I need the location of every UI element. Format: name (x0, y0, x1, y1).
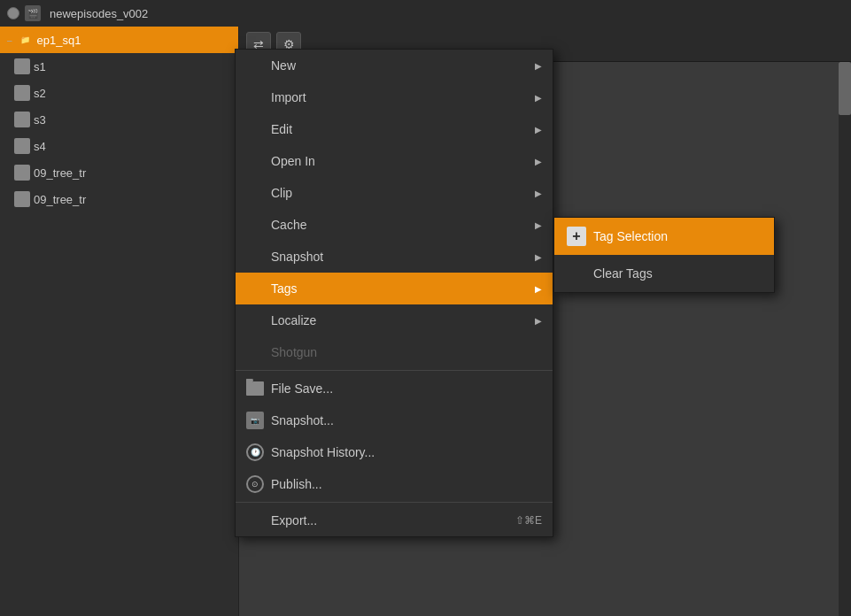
menu-label-snapshot-action: Snapshot... (271, 413, 334, 427)
clear-tags-icon (567, 265, 586, 282)
file-icon (14, 191, 30, 207)
window-icon: 🎬 (25, 5, 41, 21)
menu-item-clip[interactable]: Clip ▶ (236, 177, 553, 209)
menu-item-import[interactable]: Import ▶ (236, 81, 553, 113)
arrow-icon-cache: ▶ (535, 220, 542, 230)
menu-item-snapshot-history[interactable]: 🕐 Snapshot History... (236, 436, 553, 468)
top-bar: 🎬 newepisodes_v002 (0, 0, 851, 27)
folder-icon: 📁 (18, 32, 34, 48)
new-icon (246, 57, 264, 74)
tree-item-s2[interactable]: s2 (0, 80, 238, 106)
menu-item-export[interactable]: Export... ⇧⌘E (236, 504, 553, 536)
arrow-icon-edit: ▶ (535, 125, 542, 135)
menu-label-shotgun: Shotgun (271, 345, 317, 359)
tags-submenu: + Tag Selection Clear Tags (553, 217, 775, 293)
menu-label-tags: Tags (271, 281, 298, 296)
tree-item-ep1sq1[interactable]: – 📁 ep1_sq1 (0, 27, 238, 53)
tree-item-s4[interactable]: s4 (0, 133, 238, 159)
menu-label-localize: Localize (271, 313, 316, 327)
openin-icon (246, 152, 264, 170)
tree-item-s1[interactable]: s1 (0, 53, 238, 80)
submenu-item-tag-selection[interactable]: + Tag Selection (554, 218, 774, 255)
submenu-label-tag-selection: Tag Selection (593, 229, 668, 243)
menu-label-snapshot: Snapshot (271, 250, 323, 264)
menu-item-tags[interactable]: Tags ▶ (236, 273, 553, 304)
menu-separator-2 (236, 502, 553, 503)
filesave-icon (246, 381, 264, 396)
menu-label-new: New (271, 58, 296, 73)
submenu-label-clear-tags: Clear Tags (593, 266, 653, 281)
menu-item-filesave[interactable]: File Save... (236, 373, 553, 404)
left-panel: – 📁 ep1_sq1 s1 s2 s3 s4 09_tree_tr 09_tr… (0, 27, 239, 616)
export-shortcut: ⇧⌘E (515, 514, 542, 527)
tree-item-tree2[interactable]: 09_tree_tr (0, 186, 238, 212)
arrow-icon-clip: ▶ (535, 189, 542, 198)
tree-label: 09_tree_tr (34, 193, 86, 206)
tree-label: s1 (34, 60, 46, 73)
localize-icon (246, 312, 264, 329)
scrollbar-thumb[interactable] (839, 62, 851, 115)
menu-label-snapshot-history: Snapshot History... (271, 445, 375, 459)
menu-label-clip: Clip (271, 186, 292, 200)
tree-label: s3 (34, 113, 46, 127)
collapse-icon: – (7, 35, 12, 45)
tree-item-s3[interactable]: s3 (0, 106, 238, 133)
arrow-icon-tags: ▶ (535, 284, 542, 294)
file-icon (14, 165, 30, 181)
tree-label: ep1_sq1 (37, 34, 81, 47)
tags-icon (246, 280, 264, 297)
publish-icon: ⊙ (246, 475, 264, 493)
tree-label: s4 (34, 140, 46, 153)
tree-label: s2 (34, 87, 46, 100)
menu-label-export: Export... (271, 513, 317, 527)
menu-item-snapshot-action[interactable]: 📷 Snapshot... (236, 404, 553, 436)
snapshot-action-icon: 📷 (246, 412, 264, 429)
menu-item-publish[interactable]: ⊙ Publish... (236, 468, 553, 500)
window-close-button[interactable] (7, 7, 19, 19)
plus-icon: + (567, 227, 586, 246)
menu-label-edit: Edit (271, 122, 292, 136)
menu-item-openin[interactable]: Open In ▶ (236, 145, 553, 177)
arrow-icon-openin: ▶ (535, 157, 542, 166)
arrow-icon-snapshot: ▶ (535, 252, 542, 262)
menu-item-localize[interactable]: Localize ▶ (236, 304, 553, 336)
arrow-icon-localize: ▶ (535, 316, 542, 326)
menu-label-cache: Cache (271, 218, 306, 232)
clip-icon (246, 184, 264, 202)
file-icon (14, 58, 30, 74)
menu-item-new[interactable]: New ▶ (236, 50, 553, 81)
export-icon (246, 512, 264, 529)
file-icon (14, 85, 30, 101)
menu-item-shotgun: Shotgun (236, 336, 553, 368)
menu-separator-1 (236, 370, 553, 371)
window-title: newepisodes_v002 (50, 7, 148, 20)
menu-label-import: Import (271, 90, 306, 104)
file-icon (14, 112, 30, 127)
tree-label: 09_tree_tr (34, 166, 86, 180)
menu-item-edit[interactable]: Edit ▶ (236, 113, 553, 145)
submenu-item-clear-tags[interactable]: Clear Tags (554, 255, 774, 292)
snapshot-history-icon: 🕐 (246, 443, 264, 461)
import-icon (246, 89, 264, 106)
context-menu: New ▶ Import ▶ Edit ▶ Open In ▶ Clip ▶ (235, 49, 553, 537)
snapshot-icon (246, 248, 264, 266)
file-icon (14, 138, 30, 154)
cache-icon (246, 216, 264, 234)
menu-label-filesave: File Save... (271, 381, 333, 396)
edit-icon (246, 120, 264, 138)
menu-label-publish: Publish... (271, 477, 322, 491)
scrollbar[interactable] (839, 62, 851, 616)
menu-item-cache[interactable]: Cache ▶ (236, 209, 553, 241)
menu-item-snapshot[interactable]: Snapshot ▶ (236, 241, 553, 273)
arrow-icon-new: ▶ (535, 61, 542, 71)
tree-item-tree1[interactable]: 09_tree_tr (0, 159, 238, 186)
menu-label-openin: Open In (271, 154, 315, 168)
shotgun-icon (246, 343, 264, 361)
arrow-icon-import: ▶ (535, 93, 542, 103)
